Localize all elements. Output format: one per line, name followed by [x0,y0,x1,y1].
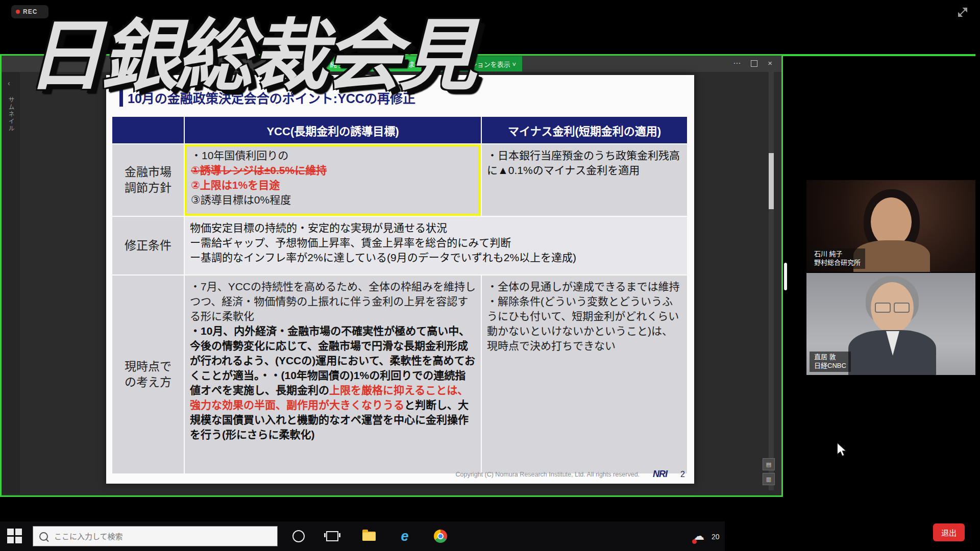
page-controls: ▤ ▥ [763,458,775,485]
page-control-button[interactable]: ▥ [763,473,775,485]
rec-label: REC [23,8,37,15]
table-header-negative-rate: マイナス金利(短期金利の適用) [482,117,687,143]
taskbar-search[interactable] [33,526,278,546]
table-header-empty [112,117,184,143]
cortana-icon [292,530,305,542]
broadcast-headline: 日銀総裁会見 [27,0,474,105]
table-header-ycc: YCC(長期金利の誘導目標) [185,117,481,143]
taskbar-clock: 20 [712,533,720,541]
thumbnail-panel: ‹ サムネイル [2,72,20,494]
video-strip-scrollbar[interactable] [784,263,787,290]
cell-current-thinking-ycc: ・7月、YCCの持続性を高めるため、全体の枠組みを維持しつつ、経済・物価情勢の上… [185,276,481,473]
task-view-icon [326,531,338,541]
file-explorer-button[interactable] [361,529,377,544]
row-label-revision-conditions: 修正条件 [112,217,184,274]
participant-name-tag: 石川 純子野村総合研究所 [810,248,865,269]
participant-tile-naoi[interactable]: 直居 敦日経CNBC [806,273,975,375]
mouse-cursor [837,443,847,457]
participant-name-tag: 直居 敦日経CNBC [810,352,851,372]
internet-explorer-button[interactable]: e [397,529,412,544]
row-label-market-policy: 金融市場 調節方針 [112,144,184,216]
cortana-button[interactable] [291,529,306,544]
internet-explorer-icon: e [401,530,408,543]
search-input[interactable] [53,532,249,541]
leave-meeting-button[interactable]: 退出 [933,523,965,541]
fullscreen-toggle-icon[interactable] [957,6,969,18]
document-scrollbar-track[interactable] [769,72,774,490]
rec-dot-icon [16,10,20,14]
window-close-icon[interactable]: × [768,59,772,67]
page-control-button[interactable]: ▤ [763,458,775,470]
document-scrollbar-thumb[interactable] [769,153,774,209]
window-more-icon[interactable]: ⋯ [733,59,741,67]
panel-collapse-chevron-icon[interactable]: ‹ [8,79,10,87]
participant-avatar [871,197,912,246]
copyright-text: Copyright (C) Nomura Research Institute,… [456,471,640,478]
nri-logo: NRI [653,469,667,480]
slide-footer: Copyright (C) Nomura Research Institute,… [456,469,685,480]
cell-ycc-policy: ・10年国債利回りの ①誘導レンジは±0.5%に維持 ②上限は1%を目途 ③誘導… [185,144,481,216]
task-view-button[interactable] [325,529,340,544]
cell-revision-conditions: 物価安定目標の持続的・安定的な実現が見通せる状況 ー需給ギャップ、予想物価上昇率… [185,217,687,274]
search-icon [39,532,48,541]
window-maximize-icon[interactable] [751,60,757,67]
notification-badge [692,539,697,544]
page-number: 2 [680,470,685,479]
start-button[interactable] [7,529,22,544]
meeting-toolbar-panel: 退出 [725,516,980,551]
policy-table: YCC(長期金利の誘導目標) マイナス金利(短期金利の適用) 金融市場 調節方針… [112,117,687,473]
shared-slide: 10月の金融政策決定会合のポイント:YCCの再修正 YCC(長期金利の誘導目標)… [106,75,694,484]
participant-tile-ishikawa[interactable]: 石川 純子野村総合研究所 [806,180,975,272]
row-label-current-thinking: 現時点で の考え方 [112,276,184,473]
glasses-icon [875,303,910,313]
cell-current-thinking-negative-rate: ・全体の見通しが達成できるまでは維持 ・解除条件(どういう変数とどういうふうにひ… [482,276,687,473]
chrome-icon [434,530,447,543]
rec-indicator: REC [11,5,48,18]
cell-negative-rate-policy: ・日本銀行当座預金のうち政策金利残高に▲0.1%のマイナス金利を適用 [482,144,687,216]
folder-icon [362,532,376,541]
chrome-button[interactable] [433,529,448,544]
thumbnail-panel-label: サムネイル [7,96,15,132]
